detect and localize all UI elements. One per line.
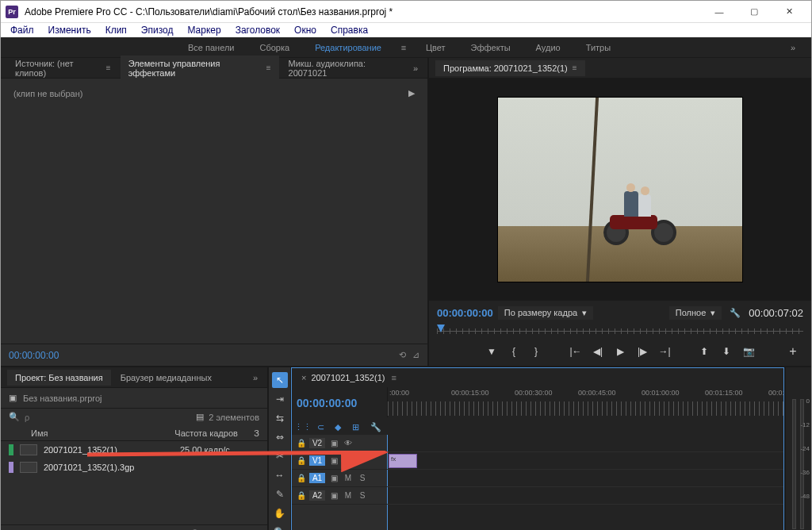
minimize-button[interactable]: —: [702, 1, 737, 23]
workspace-color[interactable]: Цвет: [413, 40, 458, 56]
track-head-v1[interactable]: 🔒 V1 ▣ 👁: [292, 452, 387, 470]
ripple-edit-tool[interactable]: ⇆: [272, 410, 288, 426]
step-forward-button[interactable]: |▶: [632, 343, 653, 360]
menu-marker[interactable]: Маркер: [181, 23, 227, 37]
go-to-out-button[interactable]: →|: [654, 343, 675, 360]
tab-project[interactable]: Проект: Без названия: [7, 370, 111, 386]
program-tabs: Программа: 20071021_1352(1)≡: [429, 58, 811, 79]
filter-icon[interactable]: ▤: [196, 412, 204, 422]
source-timecode[interactable]: 00:00:00:00: [9, 350, 59, 361]
no-clip-label: (клип не выбран): [13, 89, 82, 98]
track-a1-lane: [387, 470, 783, 487]
close-button[interactable]: ✕: [772, 1, 806, 23]
program-monitor[interactable]: [435, 85, 805, 294]
tab-program[interactable]: Программа: 20071021_1352(1)≡: [435, 60, 585, 76]
export-frame-button[interactable]: 📷: [738, 343, 759, 360]
lock-icon[interactable]: 🔒: [297, 474, 306, 482]
label-swatch: [9, 462, 13, 473]
rate-stretch-tool[interactable]: ⇔: [272, 429, 288, 445]
lock-icon[interactable]: 🔒: [297, 439, 306, 447]
extract-button[interactable]: ⬇: [716, 343, 737, 360]
button-editor-add[interactable]: +: [783, 343, 803, 360]
workspace-all-panels[interactable]: Все панели: [175, 40, 247, 56]
project-tabs: Проект: Без названия Браузер медиаданных…: [1, 367, 267, 388]
program-settings-icon[interactable]: 🔧: [726, 308, 744, 318]
eye-icon[interactable]: 👁: [343, 439, 354, 447]
track-select-tool[interactable]: ⇥: [272, 391, 288, 407]
mark-in-button[interactable]: {: [504, 343, 524, 360]
menu-clip[interactable]: Клип: [99, 23, 133, 37]
expand-arrow-icon[interactable]: ▶: [408, 88, 415, 98]
toggle-output[interactable]: ▣: [328, 456, 339, 465]
workspace-assembly[interactable]: Сборка: [247, 40, 302, 56]
col-name[interactable]: Имя: [31, 428, 174, 438]
source-zoom-icon[interactable]: ⟲: [399, 350, 406, 360]
col-framerate[interactable]: Частота кадров: [174, 428, 254, 438]
project-item[interactable]: 20071021_1352(1).3gp: [1, 459, 267, 476]
eye-icon[interactable]: 👁: [343, 456, 354, 465]
timeline-clip[interactable]: fx: [389, 454, 417, 468]
timeline-tab-close[interactable]: ×: [301, 373, 306, 382]
timeline-tab-menu[interactable]: ≡: [391, 373, 396, 382]
menu-sequence[interactable]: Эпизод: [135, 23, 180, 37]
workspace-overflow-icon[interactable]: »: [775, 43, 811, 52]
timeline-wrench[interactable]: 🔧: [370, 421, 382, 433]
timeline-tools: ↖ ⇥ ⇆ ⇔ ✂ ↔ ✎ ✋ 🔍: [269, 367, 291, 530]
program-quality-dropdown[interactable]: Полное ▾: [669, 306, 722, 320]
project-tabs-overflow[interactable]: »: [250, 373, 261, 382]
menu-edit[interactable]: Изменить: [42, 23, 98, 37]
timeline-options: ⋮⋮ ⊂ ◆ ⊞ 🔧: [292, 419, 387, 435]
lift-button[interactable]: ⬆: [694, 343, 714, 360]
timeline-tab-name[interactable]: 20071021_1352(1): [311, 373, 385, 382]
program-timecode[interactable]: 00:00:00:00: [437, 307, 493, 319]
workspace-audio[interactable]: Аудио: [523, 40, 573, 56]
toggle-output[interactable]: ▣: [328, 439, 339, 447]
hand-tool[interactable]: ✋: [272, 505, 288, 521]
linked-selection-toggle[interactable]: ⊂: [314, 421, 327, 433]
razor-tool[interactable]: ✂: [272, 448, 288, 464]
project-search-input[interactable]: [25, 413, 191, 422]
project-item[interactable]: 20071021_1352(1) 25,00 кадр/с: [1, 441, 267, 459]
maximize-button[interactable]: ▢: [737, 1, 772, 23]
timeline-timecode[interactable]: 00:00:00:00: [297, 397, 357, 409]
play-button[interactable]: ▶: [610, 343, 630, 360]
go-to-in-button[interactable]: |←: [565, 343, 586, 360]
source-tabs-overflow[interactable]: »: [410, 63, 421, 73]
selection-tool[interactable]: ↖: [272, 372, 288, 388]
tab-effect-controls[interactable]: Элементы управления эффектами≡: [121, 56, 279, 81]
workspace-titles[interactable]: Титры: [573, 40, 623, 56]
source-tool-icon[interactable]: ⊿: [412, 350, 419, 360]
menu-window[interactable]: Окно: [288, 23, 323, 37]
tab-source[interactable]: Источник: (нет клипов)≡: [7, 56, 119, 81]
workspace-editing[interactable]: Редактирование: [302, 40, 394, 56]
program-scrubber[interactable]: [437, 325, 803, 337]
mark-out-button[interactable]: }: [526, 343, 546, 360]
sequence-settings[interactable]: ⊞: [349, 421, 362, 433]
track-head-a2[interactable]: 🔒 A2 ▣ M S: [292, 487, 387, 505]
timeline-track-area[interactable]: fx: [387, 435, 783, 530]
timeline-ruler[interactable]: :00:00 00:00:15:00 00:00:30:00 00:00:45:…: [387, 387, 783, 417]
col-more[interactable]: З: [254, 428, 259, 438]
slip-tool[interactable]: ↔: [272, 467, 288, 483]
menu-help[interactable]: Справка: [324, 23, 374, 37]
workspace-menu-icon[interactable]: ≡: [394, 43, 413, 52]
lock-icon[interactable]: 🔒: [297, 491, 306, 500]
search-icon[interactable]: 🔍: [9, 412, 20, 422]
menu-title[interactable]: Заголовок: [229, 23, 286, 37]
snap-toggle[interactable]: ⋮⋮: [297, 421, 309, 433]
menu-file[interactable]: Файл: [4, 23, 40, 37]
project-columns: Имя Частота кадров З: [1, 425, 267, 441]
pen-tool[interactable]: ✎: [272, 486, 288, 502]
program-fit-dropdown[interactable]: По размеру кадра ▾: [498, 306, 593, 320]
add-marker-button[interactable]: ▼: [481, 343, 502, 360]
lock-icon[interactable]: 🔒: [297, 456, 306, 465]
track-head-a1[interactable]: 🔒 A1 ▣ M S: [292, 470, 387, 487]
step-back-button[interactable]: ◀|: [588, 343, 608, 360]
workspace-effects[interactable]: Эффекты: [458, 40, 523, 56]
marker-toggle[interactable]: ◆: [331, 421, 344, 433]
zoom-tool[interactable]: 🔍: [272, 524, 288, 530]
track-head-v2[interactable]: 🔒 V2 ▣ 👁: [292, 435, 387, 452]
tab-media-browser[interactable]: Браузер медиаданных: [113, 370, 220, 386]
tab-audio-mixer[interactable]: Микш. аудиоклипа: 20071021: [281, 56, 408, 81]
track-a2-lane: [387, 487, 783, 505]
